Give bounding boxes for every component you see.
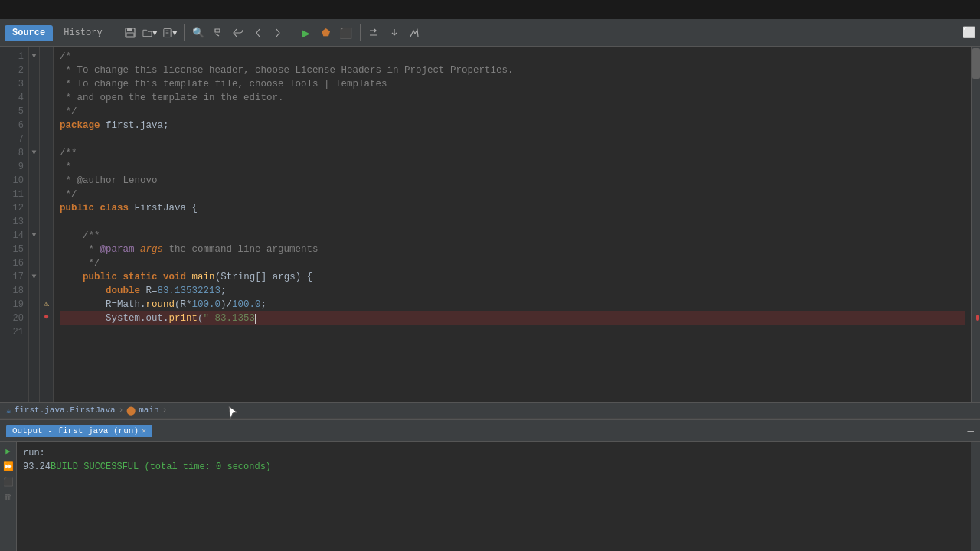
code-line-9: *	[60, 160, 965, 174]
breadcrumb-method-icon: ⬤	[126, 406, 136, 416]
tab-source[interactable]: Source	[5, 25, 53, 41]
code-line-5: */	[60, 105, 965, 119]
code-line-4: * and open the template in the editor.	[60, 91, 965, 105]
editor-container: 1 2 3 4 5 6 7 8 9 10 11 12 13 14 15 16 1…	[0, 47, 980, 402]
code-line-6: package first.java;	[60, 119, 965, 132]
breadcrumb-file[interactable]: first.java.FirstJava	[15, 406, 116, 415]
step-into-button[interactable]	[386, 24, 403, 41]
code-line-12: public class FirstJava {	[60, 201, 965, 215]
output-sidebar: ▶ ⏩ ⬛ 🗑	[0, 442, 17, 551]
build-project-button[interactable]	[406, 24, 423, 41]
code-editor[interactable]: /* * To change this license header, choo…	[54, 47, 971, 402]
breadcrumb-sep-2: ›	[162, 406, 168, 415]
breadcrumb-file-icon: ☕	[6, 406, 11, 416]
output-text: run: 93.24BUILD SUCCESSFUL (total time: …	[17, 442, 971, 551]
save-button[interactable]	[122, 24, 139, 41]
code-line-13	[60, 215, 965, 229]
clear-output-button[interactable]: 🗑	[2, 491, 15, 503]
toolbar-separator-3	[292, 24, 292, 41]
nav-prev-button[interactable]	[250, 24, 266, 41]
stop-button[interactable]: ⬛	[338, 24, 354, 41]
toolbar-separator-4	[360, 24, 361, 41]
warning-icon: ⚠	[40, 298, 53, 311]
rerun-output-button[interactable]: ⏩	[2, 460, 15, 472]
output-content: ▶ ⏩ ⬛ 🗑 run: 93.24BUILD SUCCESSFUL (tota…	[0, 442, 980, 551]
output-header: Output - first java (run) ✕ —	[0, 420, 980, 442]
top-bar	[0, 0, 980, 19]
output-panel: Output - first java (run) ✕ — ▶ ⏩ ⬛ 🗑 ru…	[0, 419, 980, 551]
scrollbar-thumb[interactable]	[972, 48, 980, 79]
output-minimize-button[interactable]: —	[968, 425, 974, 437]
annotation-gutter: ⚠ ●	[40, 47, 54, 402]
code-line-16: */	[60, 256, 965, 270]
breadcrumb-method[interactable]: main	[139, 406, 158, 415]
nav-next-button[interactable]	[270, 24, 286, 41]
run-button[interactable]: ▶	[298, 24, 315, 41]
tab-history[interactable]: History	[56, 25, 109, 41]
toolbar-separator-1	[116, 24, 116, 41]
breadcrumb-sep-1: ›	[119, 406, 124, 415]
maximize-editor-button[interactable]: ⬜	[962, 26, 975, 39]
code-line-17: public static void main(String[] args) {	[60, 270, 965, 284]
editor-scrollbar[interactable]	[971, 47, 980, 402]
output-scrollbar[interactable]	[971, 442, 980, 551]
code-line-11: */	[60, 187, 965, 201]
open-button[interactable]: ▾	[142, 24, 158, 41]
error-stripe	[976, 315, 979, 321]
output-tab-close-button[interactable]: ✕	[142, 426, 146, 435]
stop-output-button[interactable]: ⬛	[2, 475, 15, 487]
search-button[interactable]: 🔍	[190, 24, 207, 41]
output-build-result: 93.24BUILD SUCCESSFUL (total time: 0 sec…	[23, 460, 965, 474]
new-file-button[interactable]: ▾	[162, 24, 178, 41]
code-line-20: System.out.print(" 83.1353	[60, 311, 965, 325]
svg-rect-1	[127, 28, 132, 31]
run-output-button[interactable]: ▶	[2, 445, 15, 457]
code-line-7	[60, 132, 965, 146]
output-build-success: BUILD SUCCESSFUL (total time: 0 seconds)	[51, 461, 271, 472]
toolbar-separator-2	[184, 24, 185, 41]
error-icon: ●	[40, 311, 53, 325]
code-line-15: * @param args the command line arguments	[60, 243, 965, 256]
output-tab[interactable]: Output - first java (run) ✕	[6, 425, 152, 437]
debug-button[interactable]: ⬟	[318, 24, 335, 41]
line-numbers: 1 2 3 4 5 6 7 8 9 10 11 12 13 14 15 16 1…	[0, 47, 29, 402]
code-line-8: /**	[60, 146, 965, 160]
fold-gutter: ▼ ▼ ▼ ▼	[29, 47, 40, 402]
code-line-3: * To change this template file, choose T…	[60, 77, 965, 91]
code-line-2: * To change this license header, choose …	[60, 64, 965, 77]
step-over-button[interactable]	[366, 24, 383, 41]
nav-forward-button[interactable]	[210, 24, 227, 41]
code-line-1: /*	[60, 50, 965, 64]
output-tab-label: Output - first java (run)	[12, 426, 139, 435]
output-run-label: run:	[23, 446, 965, 460]
svg-rect-2	[126, 33, 134, 37]
code-line-21	[60, 325, 965, 339]
code-line-10: * @author Lenovo	[60, 174, 965, 187]
breadcrumb-bar: ☕ first.java.FirstJava › ⬤ main ›	[0, 402, 980, 419]
code-line-14: /**	[60, 229, 965, 243]
output-value: 93.24	[23, 461, 51, 472]
code-line-18: double R=83.13532213;	[60, 284, 965, 298]
toolbar: Source History ▾ ▾ 🔍	[0, 19, 980, 47]
nav-back-button[interactable]	[230, 24, 247, 41]
code-line-19: R=Math.round(R*100.0)/100.0;	[60, 298, 965, 311]
